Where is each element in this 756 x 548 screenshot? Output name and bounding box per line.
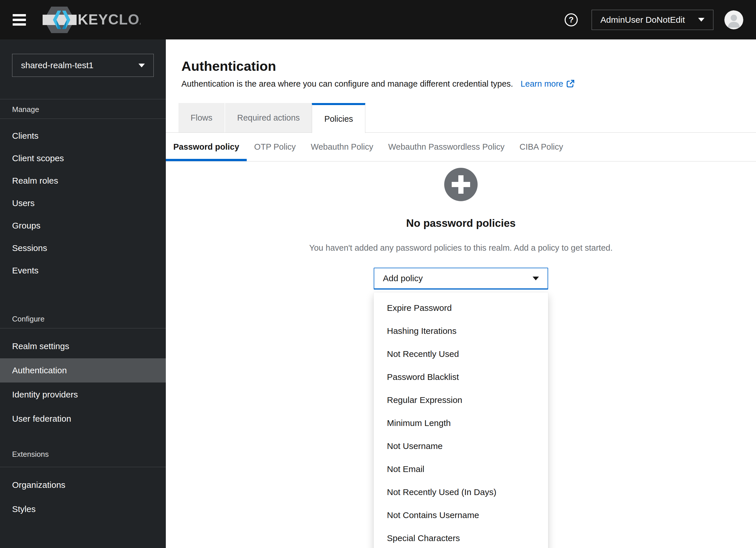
sidebar-item-authentication[interactable]: Authentication: [0, 358, 166, 383]
nav-group-manage-label: Manage: [0, 99, 166, 119]
brand-text: KEYCLOAK: [78, 12, 140, 28]
sidebar-item-client-scopes[interactable]: Client scopes: [0, 147, 166, 170]
page-title: Authentication: [181, 58, 740, 74]
sidebar-item-events[interactable]: Events: [0, 259, 166, 282]
page-description-row: Authentication is the area where you can…: [181, 78, 740, 90]
help-icon[interactable]: ?: [564, 13, 578, 27]
menu-item-special-characters[interactable]: Special Characters: [374, 527, 548, 548]
tab-policies[interactable]: Policies: [312, 103, 365, 133]
empty-state-title: No password policies: [166, 217, 756, 229]
nav-group-configure: Realm settings Authentication Identity p…: [0, 328, 166, 431]
external-link-icon: [566, 79, 575, 88]
nav-group-manage: Clients Client scopes Realm roles Users …: [0, 119, 166, 282]
menu-item-not-username[interactable]: Not Username: [374, 435, 548, 458]
sidebar-item-clients[interactable]: Clients: [0, 125, 166, 147]
nav-group-extensions: Organizations Styles: [0, 467, 166, 521]
menu-item-hashing-iterations[interactable]: Hashing Iterations: [374, 319, 548, 343]
sidebar-item-realm-settings[interactable]: Realm settings: [0, 334, 166, 358]
avatar[interactable]: [724, 10, 743, 29]
tab-required-actions[interactable]: Required actions: [225, 103, 312, 132]
sidebar-item-identity-providers[interactable]: Identity providers: [0, 383, 166, 407]
plus-circle-icon: [166, 167, 756, 203]
menu-item-not-recently-used-in-days[interactable]: Not Recently Used (In Days): [374, 481, 548, 504]
add-policy-menu: Expire Password Hashing Iterations Not R…: [374, 292, 548, 548]
realm-selector-value: shared-realm-test1: [21, 60, 94, 70]
menu-item-expire-password[interactable]: Expire Password: [374, 296, 548, 319]
sidebar-nav: shared-realm-test1 Manage Clients Client…: [0, 39, 166, 548]
caret-down-icon: [698, 18, 704, 22]
caret-down-icon: [533, 277, 539, 280]
empty-state: No password policies You haven't added a…: [166, 167, 756, 548]
tab-bar: Flows Required actions Policies: [166, 103, 756, 133]
subtab-password-policy[interactable]: Password policy: [166, 133, 247, 161]
hamburger-menu-icon[interactable]: [13, 14, 26, 26]
learn-more-link[interactable]: Learn more: [521, 78, 575, 90]
menu-item-regular-expression[interactable]: Regular Expression: [374, 389, 548, 412]
main-content: Authentication Authentication is the are…: [166, 39, 756, 548]
keycloak-logo: KEYCLOAK: [43, 5, 140, 34]
tab-flows[interactable]: Flows: [178, 103, 225, 132]
subtab-ciba-policy[interactable]: CIBA Policy: [512, 133, 571, 161]
menu-item-password-blacklist[interactable]: Password Blacklist: [374, 366, 548, 389]
sidebar-item-user-federation[interactable]: User federation: [0, 407, 166, 431]
sidebar-item-groups[interactable]: Groups: [0, 214, 166, 237]
user-menu-button[interactable]: AdminUser DoNotEdit: [592, 10, 713, 30]
user-menu-label: AdminUser DoNotEdit: [601, 15, 685, 25]
sidebar-item-sessions[interactable]: Sessions: [0, 237, 166, 259]
menu-item-minimum-length[interactable]: Minimum Length: [374, 412, 548, 435]
menu-item-not-recently-used[interactable]: Not Recently Used: [374, 343, 548, 366]
subtab-webauthn-passwordless-policy[interactable]: Webauthn Passwordless Policy: [381, 133, 512, 161]
add-policy-label: Add policy: [383, 273, 423, 283]
sidebar-item-users[interactable]: Users: [0, 192, 166, 214]
nav-group-configure-label: Configure: [0, 309, 166, 328]
header-right: ? AdminUser DoNotEdit: [564, 10, 756, 30]
nav-group-extensions-label: Extensions: [0, 444, 166, 467]
menu-item-not-contains-username[interactable]: Not Contains Username: [374, 504, 548, 527]
sidebar-item-realm-roles[interactable]: Realm roles: [0, 170, 166, 192]
realm-selector[interactable]: shared-realm-test1: [12, 54, 154, 77]
page-description: Authentication is the area where you can…: [181, 78, 513, 90]
app-header: KEYCLOAK ? AdminUser DoNotEdit: [0, 0, 756, 39]
subtab-webauthn-policy[interactable]: Webauthn Policy: [303, 133, 381, 161]
policy-subtab-bar: Password policy OTP Policy Webauthn Poli…: [166, 133, 756, 161]
help-glyph: ?: [569, 15, 573, 24]
sidebar-item-styles[interactable]: Styles: [0, 497, 166, 521]
menu-item-not-email[interactable]: Not Email: [374, 458, 548, 481]
subtab-otp-policy[interactable]: OTP Policy: [247, 133, 303, 161]
sidebar-item-organizations[interactable]: Organizations: [0, 473, 166, 497]
empty-state-description: You haven't added any password policies …: [166, 243, 756, 253]
add-policy-dropdown[interactable]: Add policy: [374, 268, 548, 290]
learn-more-label: Learn more: [521, 78, 563, 90]
caret-down-icon: [138, 64, 145, 67]
page-header: Authentication Authentication is the are…: [166, 39, 756, 90]
